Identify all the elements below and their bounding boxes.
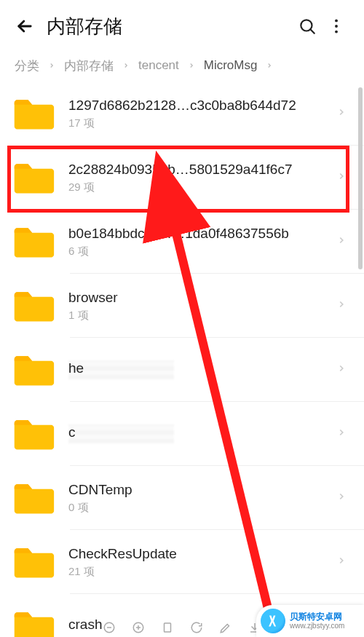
folder-row[interactable]: 1297d6862b2128…c3c0ba8b644d7217 项 [0, 82, 364, 146]
breadcrumb-item[interactable]: tencent [138, 58, 179, 73]
watermark-title: 贝斯特安卓网 [290, 612, 344, 622]
folder-name: he [68, 360, 332, 376]
tool-icon[interactable] [219, 621, 232, 634]
folder-item-count: 29 项 [68, 181, 332, 194]
chevron-right-icon [122, 62, 130, 69]
chevron-right-icon [48, 62, 55, 69]
folder-text: browser1 项 [68, 290, 332, 323]
folder-text: b0e184bbdc4a ff…1da0f48637556b6 项 [68, 226, 332, 258]
breadcrumb: 分类 内部存储 tencent MicroMsg [0, 52, 364, 79]
folder-row[interactable]: browser1 项 [0, 274, 364, 338]
folder-item-count: 0 项 [68, 501, 332, 515]
folder-text: 1297d6862b2128…c3c0ba8b644d7217 项 [68, 98, 332, 130]
folder-name: c [68, 424, 332, 440]
watermark-url: www.zjbstyy.com [290, 622, 344, 630]
folder-name: 1297d6862b2128…c3c0ba8b644d72 [68, 98, 332, 114]
chevron-right-icon [336, 171, 348, 184]
search-icon[interactable] [293, 12, 322, 41]
svg-rect-7 [165, 623, 171, 632]
folder-icon [12, 223, 55, 260]
back-arrow-icon[interactable] [13, 15, 36, 38]
folder-icon [12, 480, 55, 516]
folder-icon [12, 544, 55, 580]
breadcrumb-item[interactable]: 内部存储 [64, 58, 114, 74]
breadcrumb-item[interactable]: 分类 [15, 58, 39, 74]
svg-point-3 [335, 31, 338, 33]
folder-icon [12, 288, 55, 324]
folder-text: CheckResUpdate21 项 [68, 546, 332, 579]
chevron-right-icon [336, 427, 348, 440]
svg-point-2 [335, 25, 338, 28]
bottom-toolbar [103, 621, 261, 634]
tool-icon[interactable] [190, 621, 203, 634]
folder-name: CheckResUpdate [68, 546, 332, 562]
tool-icon[interactable] [132, 621, 145, 634]
folder-item-count: 1 项 [68, 309, 332, 323]
folder-name: b0e184bbdc4a ff…1da0f48637556b [68, 226, 332, 242]
more-menu-icon[interactable] [322, 12, 351, 41]
folder-name: CDNTemp [68, 482, 332, 498]
folder-text: c [68, 424, 332, 443]
folder-item-count: 17 项 [68, 116, 332, 130]
watermark-logo-icon [261, 609, 285, 633]
breadcrumb-item[interactable]: MicroMsg [204, 58, 258, 73]
folder-name: browser [68, 290, 332, 306]
chevron-right-icon [336, 107, 348, 120]
folder-text: CDNTemp0 项 [68, 482, 332, 515]
folder-icon [12, 95, 55, 132]
scrollbar[interactable] [358, 87, 363, 269]
folder-row[interactable]: CheckResUpdate21 项 [0, 530, 364, 594]
page-title: 内部存储 [47, 14, 293, 39]
chevron-right-icon [336, 299, 348, 312]
folder-icon [12, 416, 55, 452]
folder-icon [12, 352, 55, 388]
folder-row[interactable]: b0e184bbdc4a ff…1da0f48637556b6 项 [0, 210, 364, 274]
folder-row[interactable]: CDNTemp0 项 [0, 466, 364, 530]
folder-text: 2c28824b0935ab…5801529a41f6c729 项 [68, 162, 332, 194]
folder-row[interactable]: c [0, 402, 364, 466]
chevron-right-icon [266, 62, 273, 69]
folder-row[interactable]: he [0, 338, 364, 402]
chevron-right-icon [336, 363, 348, 376]
svg-point-1 [335, 19, 338, 22]
folder-item-count: 6 项 [68, 245, 332, 258]
folder-row[interactable]: 2c28824b0935ab…5801529a41f6c729 项 [0, 146, 364, 210]
watermark: 贝斯特安卓网 www.zjbstyy.com [256, 605, 364, 637]
folder-icon [12, 159, 55, 196]
folder-icon [12, 608, 55, 637]
folder-item-count: 21 项 [68, 565, 332, 579]
folder-text: he [68, 360, 332, 379]
chevron-right-icon [336, 555, 348, 569]
tool-icon[interactable] [103, 621, 116, 634]
chevron-right-icon [336, 491, 348, 505]
tool-icon[interactable] [161, 621, 174, 634]
folder-name: 2c28824b0935ab…5801529a41f6c7 [68, 162, 332, 178]
chevron-right-icon [188, 62, 195, 69]
chevron-right-icon [336, 235, 348, 248]
